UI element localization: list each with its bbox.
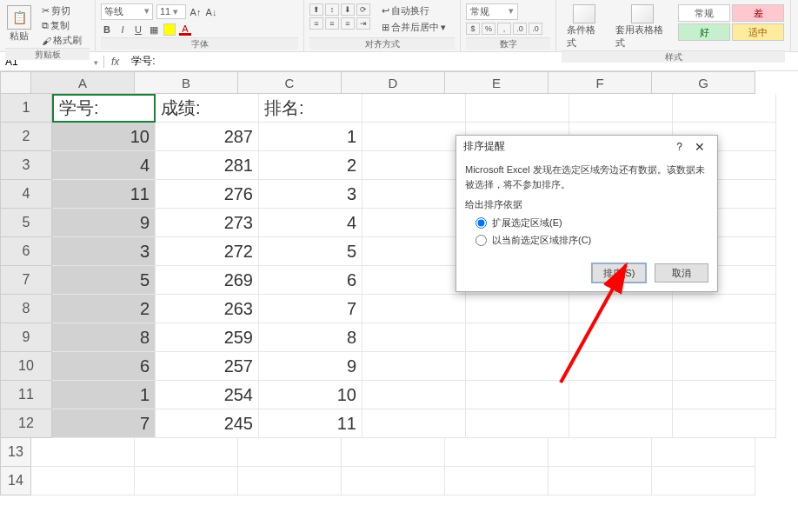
cell-B8[interactable]: 263	[156, 295, 259, 323]
cell-B5[interactable]: 273	[156, 209, 259, 237]
cell-D2[interactable]	[362, 123, 466, 151]
cell-C2[interactable]: 1	[259, 123, 362, 151]
cell-C11[interactable]: 10	[259, 381, 362, 409]
cell-G8[interactable]	[673, 295, 776, 323]
cell-G10[interactable]	[673, 352, 776, 381]
col-header-C[interactable]: C	[238, 71, 342, 94]
cell-E9[interactable]	[466, 323, 569, 352]
cell-E1[interactable]	[466, 94, 569, 123]
cell-A2[interactable]: 10	[52, 123, 156, 151]
increase-font-icon[interactable]: A↑	[190, 6, 202, 18]
cell-G9[interactable]	[673, 323, 776, 352]
copy-button[interactable]: ⧉复制	[39, 18, 84, 33]
row-header-6[interactable]: 6	[0, 237, 52, 266]
cell-D3[interactable]	[362, 151, 466, 180]
row-header-11[interactable]: 11	[0, 381, 52, 409]
cell-B12[interactable]: 245	[156, 409, 259, 438]
row-header-4[interactable]: 4	[0, 180, 52, 209]
cell-style-bad[interactable]: 差	[732, 4, 784, 22]
cell-E8[interactable]	[466, 295, 569, 323]
indent[interactable]: ⇥	[356, 17, 370, 30]
cell-D5[interactable]	[362, 209, 466, 237]
cell-D10[interactable]	[362, 352, 466, 381]
cell-B6[interactable]: 272	[156, 237, 259, 266]
row-header-7[interactable]: 7	[0, 266, 52, 295]
cell-C14[interactable]	[238, 467, 342, 495]
cell-D14[interactable]	[342, 467, 445, 495]
comma-button[interactable]: ,	[497, 23, 511, 35]
italic-button[interactable]: I	[116, 23, 129, 36]
cell-A5[interactable]: 9	[52, 209, 156, 237]
row-header-5[interactable]: 5	[0, 209, 52, 237]
dialog-help-button[interactable]: ?	[669, 141, 689, 153]
cell-B14[interactable]	[135, 467, 238, 495]
cell-B7[interactable]: 269	[156, 266, 259, 295]
cell-C7[interactable]: 6	[259, 266, 362, 295]
cell-E14[interactable]	[445, 467, 549, 495]
row-header-12[interactable]: 12	[0, 409, 52, 438]
cell-A3[interactable]: 4	[52, 151, 156, 180]
align-left[interactable]: ≡	[309, 17, 323, 30]
col-header-E[interactable]: E	[445, 71, 549, 94]
cell-E12[interactable]	[466, 409, 569, 438]
row-header-9[interactable]: 9	[0, 323, 52, 352]
cell-D6[interactable]	[362, 237, 466, 266]
fill-color-button[interactable]	[163, 23, 176, 36]
cell-C13[interactable]	[238, 438, 342, 467]
cell-A4[interactable]: 11	[52, 180, 156, 209]
row-header-8[interactable]: 8	[0, 295, 52, 323]
cell-D8[interactable]	[362, 295, 466, 323]
cell-G12[interactable]	[673, 409, 776, 438]
cell-A14[interactable]	[31, 467, 135, 495]
table-format-button[interactable]: 套用表格格式	[610, 3, 674, 50]
cell-A12[interactable]: 7	[52, 409, 156, 438]
align-bottom[interactable]: ⬇	[341, 3, 355, 16]
format-painter-button[interactable]: 🖌格式刷	[39, 33, 84, 48]
cell-A1[interactable]: 学号:	[52, 94, 156, 123]
cell-A8[interactable]: 2	[52, 295, 156, 323]
cell-E11[interactable]	[466, 381, 569, 409]
border-button[interactable]: ▦	[148, 23, 160, 36]
cell-A9[interactable]: 8	[52, 323, 156, 352]
align-middle[interactable]: ↕	[325, 3, 339, 16]
currency-button[interactable]: $	[466, 23, 480, 35]
font-color-button[interactable]: A	[179, 23, 191, 36]
col-header-B[interactable]: B	[135, 71, 238, 94]
cell-G14[interactable]	[652, 467, 755, 495]
cell-F13[interactable]	[549, 438, 652, 467]
cell-F12[interactable]	[569, 409, 673, 438]
font-family-select[interactable]: 等线 ▾	[101, 3, 153, 20]
cell-E13[interactable]	[445, 438, 549, 467]
radio-current-input[interactable]	[475, 235, 487, 246]
sort-button[interactable]: 排序(S)	[592, 263, 646, 283]
cell-B9[interactable]: 259	[156, 323, 259, 352]
dialog-close-button[interactable]: ✕	[689, 140, 710, 154]
cell-style-normal[interactable]: 常规	[678, 4, 730, 22]
cell-B1[interactable]: 成绩:	[156, 94, 259, 123]
radio-current-selection[interactable]: 以当前选定区域排序(C)	[475, 234, 708, 247]
cell-E10[interactable]	[466, 352, 569, 381]
row-header-1[interactable]: 1	[0, 94, 52, 123]
row-header-3[interactable]: 3	[0, 151, 52, 180]
cell-D9[interactable]	[362, 323, 466, 352]
cell-C1[interactable]: 排名:	[259, 94, 362, 123]
align-top[interactable]: ⬆	[309, 3, 323, 16]
radio-expand-selection[interactable]: 扩展选定区域(E)	[475, 216, 708, 229]
increase-decimal[interactable]: .0	[513, 23, 527, 35]
cell-B13[interactable]	[135, 438, 238, 467]
cell-B11[interactable]: 254	[156, 381, 259, 409]
align-right[interactable]: ≡	[341, 17, 355, 30]
col-header-A[interactable]: A	[31, 71, 135, 94]
wrap-text-button[interactable]: ↩自动换行	[379, 3, 449, 18]
row-header-10[interactable]: 10	[0, 352, 52, 381]
col-header-D[interactable]: D	[342, 71, 445, 94]
merge-center-button[interactable]: ⊞合并后居中 ▾	[379, 20, 449, 35]
cell-B2[interactable]: 287	[156, 123, 259, 151]
cell-A6[interactable]: 3	[52, 237, 156, 266]
cell-D1[interactable]	[362, 94, 466, 123]
cell-B3[interactable]: 281	[156, 151, 259, 180]
cell-A7[interactable]: 5	[52, 266, 156, 295]
cell-F8[interactable]	[569, 295, 673, 323]
decrease-font-icon[interactable]: A↓	[205, 6, 217, 18]
paste-button[interactable]: 📋 粘贴	[5, 3, 33, 44]
